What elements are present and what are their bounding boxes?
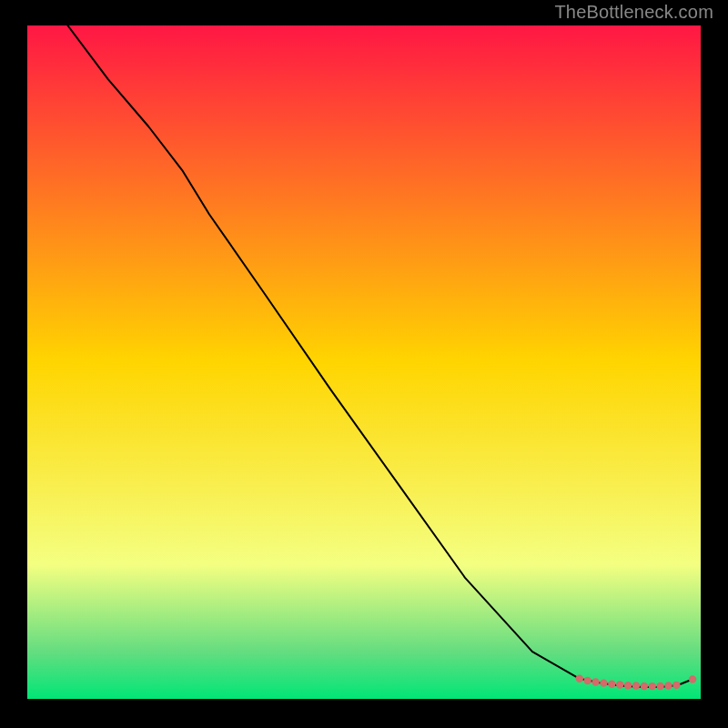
highlight-dot: [649, 682, 656, 690]
highlight-dot: [641, 682, 648, 690]
gradient-background: [27, 25, 701, 699]
chart-svg: [27, 25, 701, 699]
highlight-dot: [583, 677, 591, 684]
bottleneck-chart: [27, 25, 701, 699]
watermark-text: TheBottleneck.com: [554, 2, 713, 23]
highlight-dot: [656, 682, 663, 690]
highlight-dot: [632, 682, 640, 689]
highlight-dot: [616, 681, 623, 688]
highlight-dot: [576, 675, 583, 682]
highlight-dot: [672, 682, 680, 689]
highlight-dot: [624, 682, 632, 689]
highlight-dot: [592, 678, 599, 685]
highlight-dot: [600, 679, 607, 686]
highlight-dot: [689, 675, 696, 682]
highlight-dot: [664, 682, 672, 689]
highlight-dot: [608, 681, 615, 688]
